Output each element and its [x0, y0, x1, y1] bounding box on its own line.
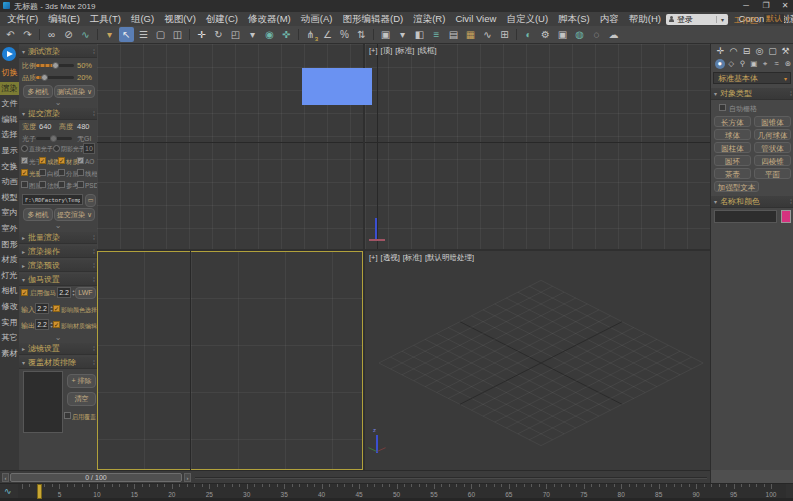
use-pivot-center-icon[interactable]: ◉ [262, 27, 277, 42]
sidebar-item-动画[interactable]: 动画 [0, 175, 19, 188]
prev-frame-button[interactable]: ‹ [2, 473, 9, 482]
tab-motion-icon[interactable]: ◎ [754, 45, 766, 57]
menu-item-1[interactable]: 编辑(E) [43, 12, 85, 26]
viewport-persp-label-segment-2[interactable]: [标准] [403, 253, 422, 263]
viewport-top[interactable]: [+][顶][标准][线框] [365, 44, 710, 249]
object-name-input[interactable] [714, 210, 777, 223]
sidebar-item-切换[interactable]: 切换 [0, 66, 19, 79]
percent-snap-icon[interactable]: % [337, 27, 352, 42]
minimize-button[interactable]: ─ [737, 0, 755, 12]
subtab-shapes-icon[interactable]: ◇ [726, 59, 736, 69]
scale-slider[interactable] [36, 64, 74, 67]
redo-icon[interactable]: ↷ [20, 27, 35, 42]
snaps-toggle-icon[interactable]: ⋔3 [303, 27, 318, 42]
render-iterative-icon[interactable]: ◌ [589, 27, 604, 42]
object-button-几何球体[interactable]: 几何球体 [754, 129, 791, 140]
frame-ruler[interactable]: 5101520253035404550556065707580859095100 [18, 484, 786, 499]
tab-utilities-icon[interactable]: ⚒ [780, 45, 792, 57]
sidebar-item-相机[interactable]: 相机 [0, 284, 19, 297]
menu-item-14[interactable]: 帮助(H) [624, 12, 666, 26]
angle-snap-icon[interactable]: ∠ [320, 27, 335, 42]
object-button-球体[interactable]: 球体 [714, 129, 751, 140]
checkbox-法线[interactable] [39, 181, 46, 188]
curve-editor-icon[interactable]: ∿ [480, 27, 495, 42]
mini-curve-editor-icon[interactable]: ∿ [4, 486, 12, 496]
schematic-view-icon[interactable]: ⊞ [497, 27, 512, 42]
tab-hierarchy-icon[interactable]: ⊟ [741, 45, 753, 57]
browse-folder-button[interactable]: ▭ [85, 194, 96, 207]
submit-render-button[interactable]: 提交渲染 ∨ [54, 208, 95, 221]
viewport-top-label-segment-3[interactable]: [线框] [417, 46, 436, 56]
select-and-link-icon[interactable]: ∞ [44, 27, 59, 42]
tab-display-icon[interactable]: ▢ [767, 45, 779, 57]
quality-slider[interactable] [36, 76, 74, 79]
render-production-icon[interactable]: ◍ [572, 27, 587, 42]
edit-named-selection-icon[interactable]: ▣ [378, 27, 393, 42]
sidebar-item-其它[interactable]: 其它 [0, 331, 19, 344]
sidebar-item-显示[interactable]: 显示 [0, 144, 19, 157]
object-color-swatch[interactable] [781, 210, 791, 223]
collapse-chevron-icon[interactable]: ⌄ [19, 99, 97, 107]
current-frame-marker[interactable] [37, 484, 42, 499]
menu-item-6[interactable]: 修改器(M) [243, 12, 296, 26]
sidebar-item-修改[interactable]: 修改 [0, 300, 19, 313]
sidebar-item-灯光[interactable]: 灯光 [0, 269, 19, 282]
submit-multicam-button[interactable]: 多相机 [23, 208, 53, 221]
menu-item-7[interactable]: 动画(A) [296, 12, 338, 26]
checkbox-AO[interactable]: ✓ [77, 157, 84, 164]
object-button-平面[interactable]: 平面 [754, 168, 791, 179]
object-button-长方体[interactable]: 长方体 [714, 116, 751, 127]
reference-coordinate-dropdown[interactable]: ▾ [245, 27, 260, 42]
login-caret-icon[interactable]: ▾ [716, 16, 728, 23]
rdfactory-logo-icon[interactable] [2, 47, 16, 61]
select-and-rotate-icon[interactable]: ↻ [211, 27, 226, 42]
sidebar-item-编辑[interactable]: 编辑 [0, 113, 19, 126]
subtab-spacewarps-icon[interactable]: ≈ [772, 59, 782, 69]
sidebar-item-交换[interactable]: 交换 [0, 160, 19, 173]
selection-filter-dropdown[interactable]: ▾ [102, 27, 117, 42]
lwf-button[interactable]: LWF [75, 287, 96, 299]
viewport-persp-label-segment-0[interactable]: [+] [369, 253, 378, 263]
object-button-圆锥体[interactable]: 圆锥体 [754, 116, 791, 127]
maximize-button[interactable]: ❐ [757, 0, 775, 12]
scale-slider-knob[interactable] [52, 62, 59, 69]
checkbox-图层[interactable] [21, 181, 28, 188]
viewport-top-label-segment-2[interactable]: [标准] [395, 46, 414, 56]
subtab-helpers-icon[interactable]: ⌖ [760, 59, 770, 69]
autogrid-checkbox[interactable] [719, 104, 726, 111]
photon-slider[interactable] [36, 137, 72, 140]
tab-modify-icon[interactable]: ◠ [728, 45, 740, 57]
rollout-batch-render[interactable]: ▸批量渲染 ⁞ [19, 232, 97, 244]
category-dropdown[interactable]: 标准基本体 ▾ [713, 72, 791, 84]
clear-exclude-button[interactable]: 清空 [67, 392, 96, 406]
exclude-listbox[interactable] [23, 371, 63, 433]
named-selection-dropdown[interactable]: ▾ [395, 27, 410, 42]
checkbox-白模[interactable] [39, 169, 46, 176]
window-crossing-icon[interactable]: ◫ [170, 27, 185, 42]
checkbox-材质[interactable]: ✓ [58, 157, 65, 164]
sidebar-item-模型[interactable]: 模型 [0, 191, 19, 204]
viewport-persp-label-segment-1[interactable]: [透视] [381, 253, 400, 263]
menu-item-0[interactable]: 文件(F) [2, 12, 43, 26]
next-frame-button[interactable]: › [184, 473, 191, 482]
sidebar-item-实用[interactable]: 实用 [0, 316, 19, 329]
time-slider-handle[interactable]: 0 / 100 [10, 473, 182, 482]
rollout-name-color[interactable]: ▾名称和颜色 ⁞ [711, 196, 793, 208]
viewport-perspective[interactable]: [+][透视][标准][默认明暗处理] z [365, 251, 710, 470]
menu-item-12[interactable]: 脚本(S) [553, 12, 595, 26]
menu-item-10[interactable]: Civil View [450, 12, 501, 26]
object-button-圆柱体[interactable]: 圆柱体 [714, 142, 751, 153]
rollout-object-type[interactable]: ▾对象类型 ⁞ [711, 88, 793, 100]
rollout-render-presets[interactable]: ▸渲染预设 ⁞ [19, 260, 97, 272]
output-path-input[interactable] [22, 194, 83, 205]
sidebar-item-选择[interactable]: 选择 [0, 128, 19, 141]
menu-item-3[interactable]: 组(G) [126, 12, 159, 26]
render-in-cloud-icon[interactable]: ☁ [606, 27, 621, 42]
sidebar-item-室外[interactable]: 室外 [0, 222, 19, 235]
gamma-output-spinner[interactable]: 2.2 ▴▾ [35, 319, 54, 330]
menu-item-2[interactable]: 工具(T) [85, 12, 126, 26]
gamma-spinner[interactable]: 2.2 ▴▾ [57, 287, 76, 298]
rectangular-selection-region-icon[interactable]: ▢ [153, 27, 168, 42]
rollout-render-ops[interactable]: ▸渲染操作 ⁞ [19, 246, 97, 258]
rollout-override-exclude[interactable]: ▾覆盖材质排除 ⁞ [19, 357, 97, 369]
